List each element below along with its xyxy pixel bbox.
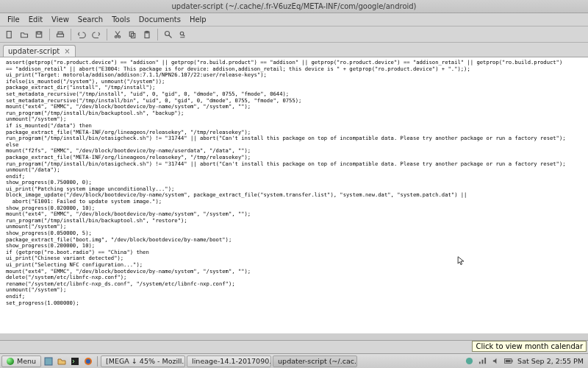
copy-button[interactable] xyxy=(126,28,139,41)
battery-icon[interactable] xyxy=(504,357,513,366)
window-title: updater-script (~/.cache/.fr-V6uzEq/META… xyxy=(171,2,416,10)
menu-help[interactable]: Help xyxy=(185,15,211,24)
svg-rect-14 xyxy=(71,358,79,365)
toolbar-separator xyxy=(49,29,50,40)
taskbar-item-label: updater-script (~/.cac... xyxy=(278,357,357,365)
terminal-launcher[interactable] xyxy=(69,355,81,367)
find-button[interactable] xyxy=(162,28,175,41)
menu-search[interactable]: Search xyxy=(74,15,107,24)
menu-file[interactable]: File xyxy=(3,15,24,24)
editor-area[interactable]: assert(getprop("ro.product.device") == "… xyxy=(0,57,588,333)
mint-logo-icon xyxy=(7,358,14,365)
find-replace-button[interactable] xyxy=(176,28,190,41)
taskbar-item-label: [MEGA ↓ 45% - Mozill... xyxy=(106,357,185,365)
document-tab[interactable]: updater-script × xyxy=(3,45,76,57)
svg-rect-13 xyxy=(45,358,52,365)
window-titlebar: updater-script (~/.cache/.fr-V6uzEq/META… xyxy=(0,0,588,13)
start-menu-button[interactable]: Menu xyxy=(1,355,41,367)
firefox-launcher[interactable] xyxy=(82,355,94,367)
redo-button[interactable] xyxy=(90,28,103,41)
update-icon[interactable] xyxy=(465,357,473,366)
svg-rect-20 xyxy=(506,360,511,362)
svg-point-17 xyxy=(466,358,473,364)
tab-label: updater-script xyxy=(8,47,60,55)
menu-documents[interactable]: Documents xyxy=(135,15,185,24)
mouse-cursor-icon xyxy=(457,256,465,266)
taskbar-separator xyxy=(97,356,98,367)
svg-point-11 xyxy=(165,31,170,35)
toolbar-separator xyxy=(71,29,71,40)
taskbar-item-editor[interactable]: updater-script (~/.cac... xyxy=(273,355,357,367)
close-icon[interactable]: × xyxy=(64,47,70,55)
paste-button[interactable] xyxy=(140,28,154,41)
svg-rect-2 xyxy=(37,32,41,34)
undo-button[interactable] xyxy=(75,28,88,41)
toolbar-separator xyxy=(157,29,158,40)
clock-tooltip: Click to view month calendar xyxy=(472,341,587,352)
open-file-button[interactable] xyxy=(18,28,31,41)
menubar: File Edit View Search Tools Documents He… xyxy=(0,13,588,26)
network-icon[interactable] xyxy=(478,357,487,366)
document-tabbar: updater-script × xyxy=(0,43,588,57)
editor-content: assert(getprop("ro.product.device") == "… xyxy=(6,59,566,306)
taskbar-item-label: lineage-14.1-2017090... xyxy=(192,357,271,365)
svg-rect-4 xyxy=(57,34,64,37)
menu-tools[interactable]: Tools xyxy=(107,15,135,24)
svg-point-16 xyxy=(86,359,90,364)
toolbar-separator xyxy=(107,29,107,40)
cut-button[interactable] xyxy=(111,28,124,41)
print-button[interactable] xyxy=(54,28,67,41)
volume-icon[interactable] xyxy=(491,357,500,366)
taskbar-item-archive[interactable]: lineage-14.1-2017090... xyxy=(187,355,271,367)
start-menu-label: Menu xyxy=(17,357,36,365)
taskbar: Menu [MEGA ↓ 45% - Mozill... lineage-14.… xyxy=(0,353,588,368)
svg-rect-0 xyxy=(7,31,11,38)
show-desktop-button[interactable] xyxy=(43,355,54,367)
menu-edit[interactable]: Edit xyxy=(24,15,47,24)
svg-rect-19 xyxy=(512,360,512,362)
new-file-button[interactable] xyxy=(3,28,16,41)
clock[interactable]: Sat Sep 2, 2:55 PM xyxy=(517,357,584,365)
save-button[interactable] xyxy=(32,28,46,41)
system-tray: Sat Sep 2, 2:55 PM xyxy=(465,357,587,366)
taskbar-item-firefox[interactable]: [MEGA ↓ 45% - Mozill... xyxy=(101,355,185,367)
toolbar xyxy=(0,26,588,43)
file-manager-launcher[interactable] xyxy=(56,355,68,367)
menu-view[interactable]: View xyxy=(47,15,74,24)
